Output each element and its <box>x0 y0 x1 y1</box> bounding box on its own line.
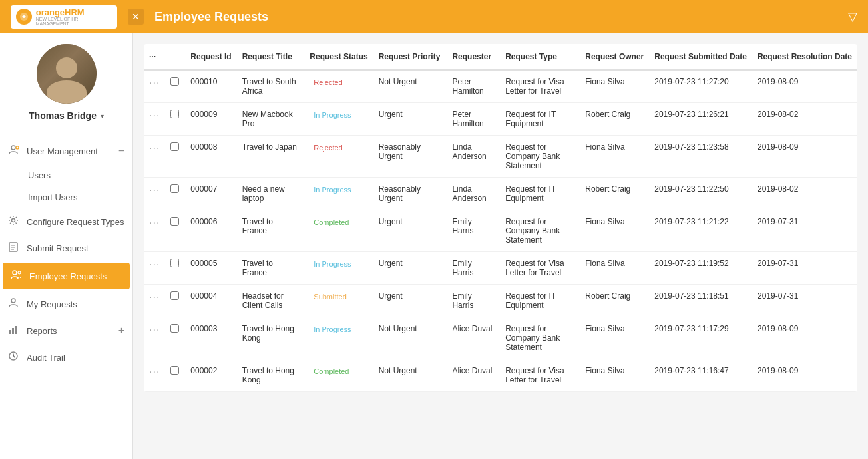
user-management-collapse-icon[interactable]: − <box>118 145 124 157</box>
sidebar-profile: Thomas Bridge ▾ <box>0 33 132 132</box>
row-checkbox[interactable] <box>170 291 179 300</box>
row-checkbox[interactable] <box>170 110 179 118</box>
row-priority: Reasonably Urgent <box>373 136 447 178</box>
row-id: 000002 <box>185 359 236 392</box>
row-request-type: Request for Visa Letter for Travel <box>500 359 580 392</box>
row-requester: Emily Harris <box>447 285 500 317</box>
col-header-checkbox <box>165 44 185 70</box>
col-header-request-title: Request Title <box>237 44 305 70</box>
row-checkbox[interactable] <box>170 366 179 375</box>
row-checkbox-cell <box>165 359 185 392</box>
table-row: ··· 000006 Travel to France Completed Ur… <box>144 210 857 252</box>
row-owner: Fiona Silva <box>580 136 649 178</box>
sidebar-item-my-requests[interactable]: My Requests <box>0 291 132 317</box>
status-badge: In Progress <box>310 110 355 120</box>
row-priority: Urgent <box>373 210 447 252</box>
row-title: Headset for Client Calls <box>237 285 305 317</box>
svg-point-5 <box>13 271 17 275</box>
logo-circle <box>16 9 32 25</box>
row-priority: Urgent <box>373 103 447 136</box>
row-checkbox[interactable] <box>170 324 179 333</box>
row-title: Travel to Hong Kong <box>237 359 305 392</box>
logo-text-block: orangeHRM NEW LEVEL OF HR MANAGEMENT <box>36 8 112 26</box>
table-row: ··· 000003 Travel to Hong Kong In Progre… <box>144 317 857 359</box>
sidebar-item-employee-requests[interactable]: Employee Requests <box>3 263 130 289</box>
row-checkbox-cell <box>165 285 185 317</box>
svg-point-1 <box>11 146 15 150</box>
row-priority: Reasonably Urgent <box>373 178 447 210</box>
row-owner: Robert Craig <box>580 103 649 136</box>
row-checkbox-cell <box>165 103 185 136</box>
row-requester: Alice Duval <box>447 359 500 392</box>
content-area: ··· Request Id Request Title Request Sta… <box>133 33 868 459</box>
row-owner: Robert Craig <box>580 178 649 210</box>
sidebar-item-configure-request-types[interactable]: Configure Request Types <box>0 208 132 235</box>
status-badge: In Progress <box>310 259 355 269</box>
col-header-request-owner: Request Owner <box>580 44 649 70</box>
row-request-type: Request for Company Bank Statement <box>500 136 580 178</box>
reports-expand-icon[interactable]: + <box>118 325 124 337</box>
status-badge: In Progress <box>310 324 355 335</box>
sidebar-item-users[interactable]: Users <box>0 164 132 186</box>
table-row: ··· 000010 Travel to South Africa Reject… <box>144 70 857 103</box>
row-status: In Progress <box>304 103 373 136</box>
sidebar-item-import-users[interactable]: Import Users <box>0 186 132 208</box>
row-requester: Peter Hamilton <box>447 103 500 136</box>
col-header-requester: Requester <box>447 44 500 70</box>
svg-rect-8 <box>9 330 11 334</box>
row-owner: Fiona Silva <box>580 317 649 359</box>
row-owner: Robert Craig <box>580 285 649 317</box>
row-resolution-date: 2019-07-31 <box>752 210 857 252</box>
sidebar-label-import-users: Import Users <box>28 192 77 202</box>
logo-name: orangeHRM <box>36 8 112 17</box>
profile-chevron-icon[interactable]: ▾ <box>101 112 104 120</box>
sidebar-item-reports[interactable]: Reports + <box>0 317 132 344</box>
svg-point-3 <box>12 219 15 222</box>
row-checkbox[interactable] <box>170 77 179 86</box>
svg-rect-10 <box>15 326 17 334</box>
row-dots: ··· <box>144 252 165 285</box>
sidebar-item-audit-trail[interactable]: Audit Trail <box>0 344 132 371</box>
row-title: New Macbook Pro <box>237 103 305 136</box>
row-request-type: Request for Visa Letter for Travel <box>500 70 580 103</box>
status-badge: Completed <box>310 366 353 377</box>
row-status: Rejected <box>304 70 373 103</box>
employee-requests-icon <box>11 269 24 283</box>
row-id: 000004 <box>185 285 236 317</box>
avatar <box>37 44 97 104</box>
row-checkbox[interactable] <box>170 184 179 193</box>
close-button[interactable]: ✕ <box>128 9 144 25</box>
row-resolution-date: 2019-08-09 <box>752 136 857 178</box>
row-id: 000005 <box>185 252 236 285</box>
row-dots: ··· <box>144 70 165 103</box>
sidebar-label-users: Users <box>28 170 51 180</box>
sidebar-menu: User Management − Users Import Users Con… <box>0 132 132 376</box>
row-checkbox-cell <box>165 178 185 210</box>
row-checkbox-cell <box>165 136 185 178</box>
row-request-type: Request for IT Equipment <box>500 285 580 317</box>
row-owner: Fiona Silva <box>580 210 649 252</box>
row-priority: Urgent <box>373 252 447 285</box>
row-priority: Not Urgent <box>373 70 447 103</box>
sidebar-item-user-management[interactable]: User Management − <box>0 138 132 164</box>
sidebar-label-audit-trail: Audit Trail <box>27 353 124 363</box>
row-title: Travel to Japan <box>237 136 305 178</box>
filter-icon[interactable]: ▽ <box>848 9 857 24</box>
status-badge: Rejected <box>310 77 346 88</box>
logo: orangeHRM NEW LEVEL OF HR MANAGEMENT <box>11 5 117 29</box>
row-request-type: Request for Visa Letter for Travel <box>500 252 580 285</box>
row-resolution-date: 2019-08-02 <box>752 178 857 210</box>
table-row: ··· 000008 Travel to Japan Rejected Reas… <box>144 136 857 178</box>
col-header-resolution-date: Request Resolution Date <box>752 44 857 70</box>
table-row: ··· 000004 Headset for Client Calls Subm… <box>144 285 857 317</box>
sidebar-label-my-requests: My Requests <box>27 299 124 309</box>
col-header-dots: ··· <box>144 44 165 70</box>
row-submitted-date: 2019-07-23 11:21:22 <box>649 210 752 252</box>
row-checkbox[interactable] <box>170 259 179 267</box>
row-requester: Linda Anderson <box>447 136 500 178</box>
sidebar-item-submit-request[interactable]: Submit Request <box>0 235 132 261</box>
row-checkbox[interactable] <box>170 142 179 151</box>
row-priority: Urgent <box>373 285 447 317</box>
row-checkbox[interactable] <box>170 217 179 226</box>
svg-rect-9 <box>12 328 14 334</box>
